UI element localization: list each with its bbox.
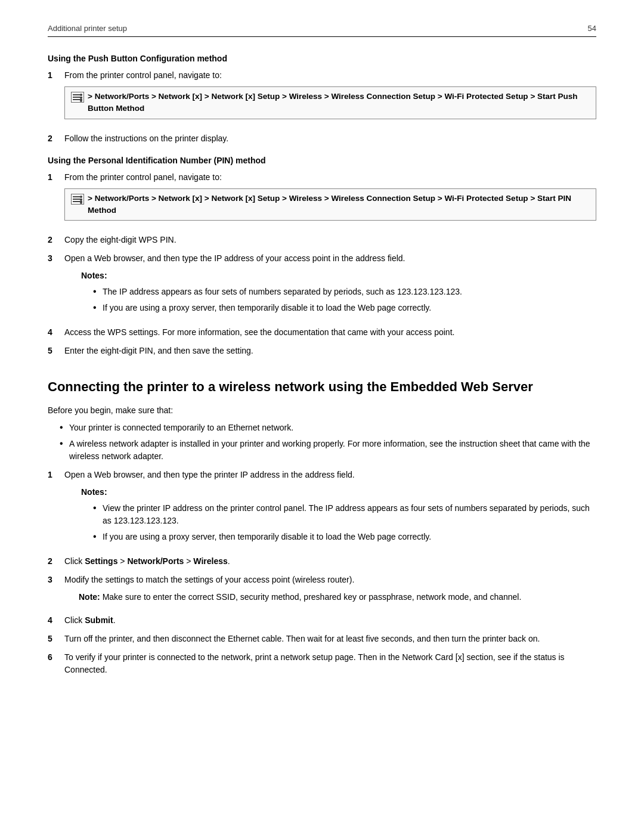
ews-step-1: 1 Open a Web browser, and then type the …	[48, 469, 596, 549]
ews-step-5-text: Turn off the printer, and then disconnec…	[64, 634, 540, 643]
pin-step-4: 4 Access the WPS settings. For more info…	[48, 326, 596, 339]
ews-note-inline-text: Make sure to enter the correct SSID, sec…	[103, 592, 522, 602]
push-nav-text: > Network/Ports > Network [x] > Network …	[88, 91, 590, 115]
page-header: Additional printer setup 54	[48, 24, 596, 37]
ews-prereq-2-text: A wireless network adapter is installed …	[69, 439, 590, 461]
pin-notes-list: The IP address appears as four sets of n…	[93, 286, 596, 314]
ews-notes-block: Notes: View the printer IP address on th…	[64, 486, 596, 543]
ews-note-inline-label: Note:	[79, 592, 100, 602]
ews-section: Connecting the printer to a wireless net…	[48, 379, 596, 676]
push-button-section: Using the Push Button Configuration meth…	[48, 54, 596, 145]
pin-note-1: The IP address appears as four sets of n…	[93, 286, 596, 298]
ews-step-6-text: To verify if your printer is connected t…	[64, 652, 565, 674]
pin-note-2-text: If you are using a proxy server, then te…	[103, 303, 431, 312]
push-step-1-number: 1	[48, 69, 64, 126]
pin-nav-box: > Network/Ports > Network [x] > Network …	[64, 188, 596, 221]
ews-step-6: 6 To verify if your printer is connected…	[48, 651, 596, 676]
ews-note-2-text: If you are using a proxy server, then te…	[103, 532, 431, 541]
ews-note-1-text: View the printer IP address on the print…	[103, 503, 590, 525]
pin-note-2: If you are using a proxy server, then te…	[93, 302, 596, 314]
pin-step-3-text: Open a Web browser, and then type the IP…	[64, 253, 405, 263]
header-title: Additional printer setup	[48, 24, 127, 33]
ews-step-3-content: Modify the settings to match the setting…	[64, 574, 596, 608]
menu-icon	[71, 92, 84, 103]
ews-prereq-2: A wireless network adapter is installed …	[60, 438, 596, 463]
pin-heading: Using the Personal Identification Number…	[48, 156, 596, 165]
ews-step-3: 3 Modify the settings to match the setti…	[48, 574, 596, 608]
pin-step-5: 5 Enter the eight-digit PIN, and then sa…	[48, 345, 596, 357]
pin-nav-text: > Network/Ports > Network [x] > Network …	[88, 193, 590, 217]
ews-note-1: View the printer IP address on the print…	[93, 502, 596, 527]
menu-icon-2	[71, 194, 84, 205]
pin-step-2: 2 Copy the eight-digit WPS PIN.	[48, 234, 596, 246]
ews-step-6-number: 6	[48, 651, 64, 676]
pin-step-2-text: Copy the eight-digit WPS PIN.	[64, 235, 177, 244]
pin-step-3-content: Open a Web browser, and then type the IP…	[64, 252, 596, 320]
push-step-2-number: 2	[48, 132, 64, 145]
pin-notes-label: Notes:	[81, 270, 596, 282]
page-number: 54	[588, 24, 596, 33]
push-step-1: 1 From the printer control panel, naviga…	[48, 69, 596, 126]
menu-icon-dots	[80, 94, 82, 96]
ews-step-1-content: Open a Web browser, and then type the pr…	[64, 469, 596, 549]
menu-icon-2-dots	[80, 196, 82, 198]
ews-notes-label: Notes:	[81, 486, 596, 498]
ews-note-2: If you are using a proxy server, then te…	[93, 531, 596, 543]
push-step-2: 2 Follow the instructions on the printer…	[48, 132, 596, 145]
page: Additional printer setup 54 Using the Pu…	[0, 0, 644, 833]
push-step-2-content: Follow the instructions on the printer d…	[64, 132, 596, 145]
pin-section: Using the Personal Identification Number…	[48, 156, 596, 358]
ews-step-1-number: 1	[48, 469, 64, 549]
pin-step-4-text: Access the WPS settings. For more inform…	[64, 327, 454, 337]
ews-step-5-number: 5	[48, 633, 64, 645]
push-step-1-content: From the printer control panel, navigate…	[64, 69, 596, 126]
pin-step-3-number: 3	[48, 252, 64, 320]
pin-note-1-text: The IP address appears as four sets of n…	[103, 287, 462, 296]
ews-note-inline: Note: Make sure to enter the correct SSI…	[64, 591, 596, 603]
push-nav-box: > Network/Ports > Network [x] > Network …	[64, 86, 596, 119]
push-step-2-text: Follow the instructions on the printer d…	[64, 134, 228, 143]
ews-step-4-content: Click Submit.	[64, 614, 596, 627]
pin-step-2-content: Copy the eight-digit WPS PIN.	[64, 234, 596, 246]
ews-step-2-content: Click Settings > Network/Ports > Wireles…	[64, 555, 596, 568]
ews-step-5: 5 Turn off the printer, and then disconn…	[48, 633, 596, 645]
ews-step-4: 4 Click Submit.	[48, 614, 596, 627]
ews-step-3-number: 3	[48, 574, 64, 608]
ews-step-4-text: Click Submit.	[64, 615, 116, 625]
ews-step-5-content: Turn off the printer, and then disconnec…	[64, 633, 596, 645]
pin-step-4-number: 4	[48, 326, 64, 339]
ews-step-2: 2 Click Settings > Network/Ports > Wirel…	[48, 555, 596, 568]
ews-step-1-text: Open a Web browser, and then type the pr…	[64, 470, 355, 479]
pin-step-5-content: Enter the eight-digit PIN, and then save…	[64, 345, 596, 357]
pin-step-1-content: From the printer control panel, navigate…	[64, 171, 596, 228]
pin-step-2-number: 2	[48, 234, 64, 246]
ews-before-begin: Before you begin, make sure that:	[48, 404, 596, 417]
pin-notes-block: Notes: The IP address appears as four se…	[64, 270, 596, 314]
ews-step-2-number: 2	[48, 555, 64, 568]
pin-step-3: 3 Open a Web browser, and then type the …	[48, 252, 596, 320]
ews-step-4-number: 4	[48, 614, 64, 627]
pin-step-1-text: From the printer control panel, navigate…	[64, 172, 222, 182]
pin-step-1: 1 From the printer control panel, naviga…	[48, 171, 596, 228]
pin-step-5-text: Enter the eight-digit PIN, and then save…	[64, 346, 253, 355]
push-button-heading: Using the Push Button Configuration meth…	[48, 54, 596, 63]
pin-step-1-number: 1	[48, 171, 64, 228]
pin-step-4-content: Access the WPS settings. For more inform…	[64, 326, 596, 339]
ews-step-3-text: Modify the settings to match the setting…	[64, 575, 354, 584]
ews-step-6-content: To verify if your printer is connected t…	[64, 651, 596, 676]
ews-prereq-1: Your printer is connected temporarily to…	[60, 422, 596, 434]
ews-step-2-text: Click Settings > Network/Ports > Wireles…	[64, 556, 230, 566]
ews-prereq-1-text: Your printer is connected temporarily to…	[69, 423, 293, 432]
ews-notes-list: View the printer IP address on the print…	[93, 502, 596, 543]
push-step-1-text: From the printer control panel, navigate…	[64, 70, 222, 80]
ews-prereq-list: Your printer is connected temporarily to…	[60, 422, 596, 463]
pin-step-5-number: 5	[48, 345, 64, 357]
ews-heading: Connecting the printer to a wireless net…	[48, 379, 596, 396]
